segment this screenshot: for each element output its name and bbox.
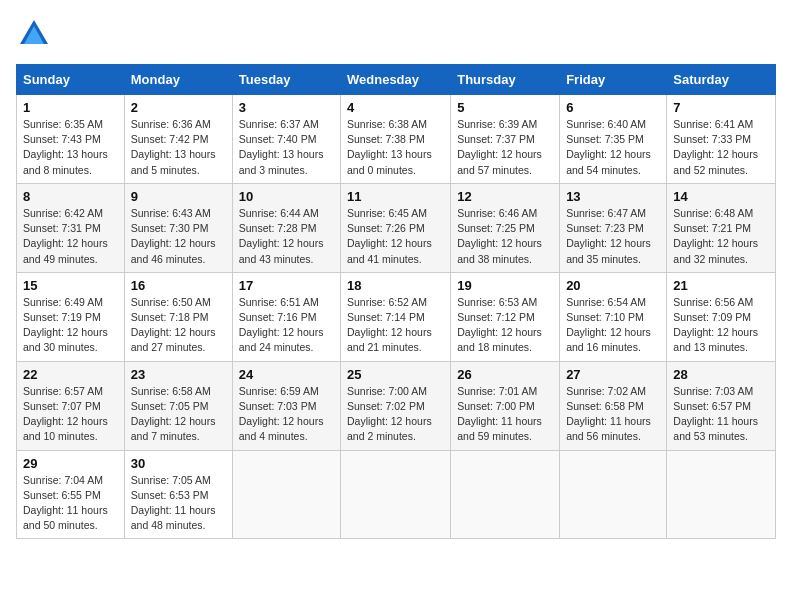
day-info: Sunrise: 6:36 AM Sunset: 7:42 PM Dayligh… (131, 117, 226, 178)
day-number: 17 (239, 278, 334, 293)
day-info: Sunrise: 6:35 AM Sunset: 7:43 PM Dayligh… (23, 117, 118, 178)
calendar-cell: 29 Sunrise: 7:04 AM Sunset: 6:55 PM Dayl… (17, 450, 125, 539)
day-number: 1 (23, 100, 118, 115)
calendar-week-row: 22 Sunrise: 6:57 AM Sunset: 7:07 PM Dayl… (17, 361, 776, 450)
day-number: 22 (23, 367, 118, 382)
calendar-week-row: 8 Sunrise: 6:42 AM Sunset: 7:31 PM Dayli… (17, 183, 776, 272)
calendar-cell: 23 Sunrise: 6:58 AM Sunset: 7:05 PM Dayl… (124, 361, 232, 450)
day-number: 8 (23, 189, 118, 204)
calendar-cell (232, 450, 340, 539)
weekday-header-sunday: Sunday (17, 65, 125, 95)
day-info: Sunrise: 7:05 AM Sunset: 6:53 PM Dayligh… (131, 473, 226, 534)
day-info: Sunrise: 7:03 AM Sunset: 6:57 PM Dayligh… (673, 384, 769, 445)
calendar-cell: 20 Sunrise: 6:54 AM Sunset: 7:10 PM Dayl… (560, 272, 667, 361)
day-info: Sunrise: 6:47 AM Sunset: 7:23 PM Dayligh… (566, 206, 660, 267)
day-number: 29 (23, 456, 118, 471)
day-number: 6 (566, 100, 660, 115)
day-info: Sunrise: 7:01 AM Sunset: 7:00 PM Dayligh… (457, 384, 553, 445)
day-info: Sunrise: 6:49 AM Sunset: 7:19 PM Dayligh… (23, 295, 118, 356)
day-info: Sunrise: 6:50 AM Sunset: 7:18 PM Dayligh… (131, 295, 226, 356)
weekday-header-tuesday: Tuesday (232, 65, 340, 95)
calendar-cell: 26 Sunrise: 7:01 AM Sunset: 7:00 PM Dayl… (451, 361, 560, 450)
calendar-cell: 3 Sunrise: 6:37 AM Sunset: 7:40 PM Dayli… (232, 95, 340, 184)
logo-icon (16, 16, 52, 52)
day-number: 23 (131, 367, 226, 382)
calendar-cell: 2 Sunrise: 6:36 AM Sunset: 7:42 PM Dayli… (124, 95, 232, 184)
day-number: 4 (347, 100, 444, 115)
weekday-header-thursday: Thursday (451, 65, 560, 95)
weekday-header-monday: Monday (124, 65, 232, 95)
calendar-cell: 28 Sunrise: 7:03 AM Sunset: 6:57 PM Dayl… (667, 361, 776, 450)
day-info: Sunrise: 6:52 AM Sunset: 7:14 PM Dayligh… (347, 295, 444, 356)
page-header (16, 16, 776, 52)
weekday-header-saturday: Saturday (667, 65, 776, 95)
day-info: Sunrise: 7:02 AM Sunset: 6:58 PM Dayligh… (566, 384, 660, 445)
calendar-cell (667, 450, 776, 539)
calendar-week-row: 29 Sunrise: 7:04 AM Sunset: 6:55 PM Dayl… (17, 450, 776, 539)
calendar-cell: 1 Sunrise: 6:35 AM Sunset: 7:43 PM Dayli… (17, 95, 125, 184)
calendar-cell: 18 Sunrise: 6:52 AM Sunset: 7:14 PM Dayl… (341, 272, 451, 361)
calendar-cell: 21 Sunrise: 6:56 AM Sunset: 7:09 PM Dayl… (667, 272, 776, 361)
calendar-cell: 30 Sunrise: 7:05 AM Sunset: 6:53 PM Dayl… (124, 450, 232, 539)
calendar-week-row: 15 Sunrise: 6:49 AM Sunset: 7:19 PM Dayl… (17, 272, 776, 361)
day-number: 20 (566, 278, 660, 293)
day-info: Sunrise: 6:40 AM Sunset: 7:35 PM Dayligh… (566, 117, 660, 178)
day-number: 9 (131, 189, 226, 204)
calendar-cell: 22 Sunrise: 6:57 AM Sunset: 7:07 PM Dayl… (17, 361, 125, 450)
day-number: 25 (347, 367, 444, 382)
day-info: Sunrise: 6:58 AM Sunset: 7:05 PM Dayligh… (131, 384, 226, 445)
day-number: 7 (673, 100, 769, 115)
day-info: Sunrise: 6:46 AM Sunset: 7:25 PM Dayligh… (457, 206, 553, 267)
weekday-header-wednesday: Wednesday (341, 65, 451, 95)
day-number: 28 (673, 367, 769, 382)
day-number: 24 (239, 367, 334, 382)
day-info: Sunrise: 6:54 AM Sunset: 7:10 PM Dayligh… (566, 295, 660, 356)
day-number: 12 (457, 189, 553, 204)
calendar-cell: 6 Sunrise: 6:40 AM Sunset: 7:35 PM Dayli… (560, 95, 667, 184)
logo (16, 16, 58, 52)
day-info: Sunrise: 6:57 AM Sunset: 7:07 PM Dayligh… (23, 384, 118, 445)
day-number: 26 (457, 367, 553, 382)
calendar-cell: 27 Sunrise: 7:02 AM Sunset: 6:58 PM Dayl… (560, 361, 667, 450)
calendar-cell: 24 Sunrise: 6:59 AM Sunset: 7:03 PM Dayl… (232, 361, 340, 450)
day-info: Sunrise: 6:56 AM Sunset: 7:09 PM Dayligh… (673, 295, 769, 356)
day-info: Sunrise: 6:48 AM Sunset: 7:21 PM Dayligh… (673, 206, 769, 267)
day-info: Sunrise: 6:59 AM Sunset: 7:03 PM Dayligh… (239, 384, 334, 445)
day-number: 15 (23, 278, 118, 293)
day-number: 16 (131, 278, 226, 293)
day-info: Sunrise: 6:43 AM Sunset: 7:30 PM Dayligh… (131, 206, 226, 267)
calendar-cell: 12 Sunrise: 6:46 AM Sunset: 7:25 PM Dayl… (451, 183, 560, 272)
day-info: Sunrise: 6:45 AM Sunset: 7:26 PM Dayligh… (347, 206, 444, 267)
calendar-cell: 16 Sunrise: 6:50 AM Sunset: 7:18 PM Dayl… (124, 272, 232, 361)
calendar-cell (341, 450, 451, 539)
day-info: Sunrise: 6:38 AM Sunset: 7:38 PM Dayligh… (347, 117, 444, 178)
calendar-cell: 14 Sunrise: 6:48 AM Sunset: 7:21 PM Dayl… (667, 183, 776, 272)
calendar-cell: 25 Sunrise: 7:00 AM Sunset: 7:02 PM Dayl… (341, 361, 451, 450)
day-number: 5 (457, 100, 553, 115)
weekday-header-row: SundayMondayTuesdayWednesdayThursdayFrid… (17, 65, 776, 95)
calendar-cell: 19 Sunrise: 6:53 AM Sunset: 7:12 PM Dayl… (451, 272, 560, 361)
day-info: Sunrise: 6:37 AM Sunset: 7:40 PM Dayligh… (239, 117, 334, 178)
day-number: 27 (566, 367, 660, 382)
calendar-cell: 5 Sunrise: 6:39 AM Sunset: 7:37 PM Dayli… (451, 95, 560, 184)
calendar-cell: 15 Sunrise: 6:49 AM Sunset: 7:19 PM Dayl… (17, 272, 125, 361)
calendar-cell (560, 450, 667, 539)
day-info: Sunrise: 7:04 AM Sunset: 6:55 PM Dayligh… (23, 473, 118, 534)
weekday-header-friday: Friday (560, 65, 667, 95)
calendar-cell: 7 Sunrise: 6:41 AM Sunset: 7:33 PM Dayli… (667, 95, 776, 184)
calendar-table: SundayMondayTuesdayWednesdayThursdayFrid… (16, 64, 776, 539)
calendar-cell: 17 Sunrise: 6:51 AM Sunset: 7:16 PM Dayl… (232, 272, 340, 361)
calendar-cell: 8 Sunrise: 6:42 AM Sunset: 7:31 PM Dayli… (17, 183, 125, 272)
day-info: Sunrise: 6:44 AM Sunset: 7:28 PM Dayligh… (239, 206, 334, 267)
day-number: 3 (239, 100, 334, 115)
day-info: Sunrise: 6:39 AM Sunset: 7:37 PM Dayligh… (457, 117, 553, 178)
calendar-cell: 4 Sunrise: 6:38 AM Sunset: 7:38 PM Dayli… (341, 95, 451, 184)
day-number: 18 (347, 278, 444, 293)
day-info: Sunrise: 6:53 AM Sunset: 7:12 PM Dayligh… (457, 295, 553, 356)
day-number: 13 (566, 189, 660, 204)
day-number: 14 (673, 189, 769, 204)
day-number: 10 (239, 189, 334, 204)
calendar-cell: 10 Sunrise: 6:44 AM Sunset: 7:28 PM Dayl… (232, 183, 340, 272)
day-number: 11 (347, 189, 444, 204)
day-info: Sunrise: 6:42 AM Sunset: 7:31 PM Dayligh… (23, 206, 118, 267)
